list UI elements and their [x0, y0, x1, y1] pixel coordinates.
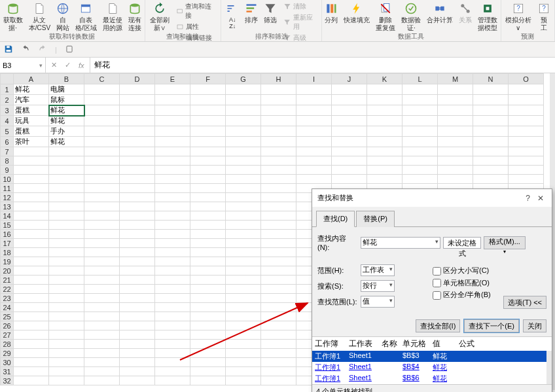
cell-B29[interactable]	[49, 349, 84, 358]
cell-C32[interactable]	[84, 376, 120, 385]
row-header-17[interactable]: 17	[1, 239, 14, 248]
cell-C9[interactable]	[84, 166, 120, 175]
results-col-1[interactable]: 工作表	[346, 337, 379, 351]
cell-A14[interactable]	[14, 211, 49, 221]
cell-J4[interactable]	[332, 116, 367, 126]
cell-N6[interactable]	[473, 137, 509, 147]
cell-A31[interactable]	[14, 367, 49, 376]
col-header-D[interactable]: D	[120, 74, 155, 84]
cell-H2[interactable]	[261, 95, 296, 105]
cell-C18[interactable]	[84, 248, 120, 257]
cell-H12[interactable]	[261, 193, 296, 202]
cell-F17[interactable]	[190, 239, 226, 248]
row-header-13[interactable]: 13	[1, 202, 14, 211]
col-header-J[interactable]: J	[332, 74, 367, 84]
cell-I6[interactable]	[296, 137, 332, 147]
cell-L3[interactable]	[403, 105, 438, 116]
cell-K4[interactable]	[367, 116, 403, 126]
cell-D4[interactable]	[120, 116, 155, 126]
cell-C17[interactable]	[84, 239, 120, 248]
cell-M10[interactable]	[438, 175, 473, 184]
cell-G31[interactable]	[226, 367, 261, 376]
cell-D11[interactable]	[120, 184, 155, 193]
row-header-6[interactable]: 6	[1, 137, 14, 147]
cell-G20[interactable]	[226, 266, 261, 276]
cell-E10[interactable]	[155, 175, 190, 184]
cell-F29[interactable]	[190, 349, 226, 358]
cell-F28[interactable]	[190, 340, 226, 349]
enter-icon[interactable]: ✓	[65, 61, 71, 69]
cell-E20[interactable]	[155, 266, 190, 276]
cell-E28[interactable]	[155, 340, 190, 349]
cell-A2[interactable]: 汽车	[14, 95, 49, 105]
cell-G32[interactable]	[226, 376, 261, 385]
cell-E3[interactable]	[155, 105, 190, 116]
cell-G3[interactable]	[226, 105, 261, 116]
cell-O2[interactable]	[509, 95, 544, 105]
cell-O5[interactable]	[509, 126, 544, 137]
cell-A12[interactable]	[14, 193, 49, 202]
cell-C27[interactable]	[84, 330, 120, 340]
cell-H22[interactable]	[261, 285, 296, 294]
cell-G4[interactable]	[226, 116, 261, 126]
name-box[interactable]: ▾	[0, 58, 46, 73]
cell-G6[interactable]	[226, 137, 261, 147]
cell-D13[interactable]	[120, 202, 155, 211]
cell-G28[interactable]	[226, 340, 261, 349]
ribbon-getdata-1[interactable]: 从文 本/CSV	[27, 1, 52, 32]
cell-K6[interactable]	[367, 137, 403, 147]
cell-H14[interactable]	[261, 211, 296, 221]
cell-H9[interactable]	[261, 166, 296, 175]
cell-E1[interactable]	[155, 84, 190, 95]
cell-F1[interactable]	[190, 84, 226, 95]
cell-A10[interactable]	[14, 175, 49, 184]
cell-E29[interactable]	[155, 349, 190, 358]
filter-item-0[interactable]: 清除	[282, 1, 319, 12]
cell-G25[interactable]	[226, 312, 261, 321]
ribbon-getdata-3[interactable]: 自表 格/区域	[73, 1, 99, 32]
ribbon-datatool-6[interactable]: 管理数 据模型	[476, 1, 499, 32]
find-what-input[interactable]: 鲜花	[361, 237, 440, 249]
cell-D9[interactable]	[120, 166, 155, 175]
col-header-H[interactable]: H	[261, 74, 296, 84]
cell-C21[interactable]	[84, 276, 120, 285]
cell-D26[interactable]	[120, 321, 155, 330]
col-header-F[interactable]: F	[190, 74, 226, 84]
cell-K10[interactable]	[367, 175, 403, 184]
cell-C31[interactable]	[84, 367, 120, 376]
cell-H3[interactable]	[261, 105, 296, 116]
cell-G7[interactable]	[226, 147, 261, 156]
cell-M1[interactable]	[438, 84, 473, 95]
col-header-M[interactable]: M	[438, 74, 473, 84]
row-header-12[interactable]: 12	[1, 193, 14, 202]
cell-C30[interactable]	[84, 358, 120, 367]
cell-G23[interactable]	[226, 294, 261, 303]
result-row-2[interactable]: 工作簿1Sheet1$B$6鲜花	[312, 373, 552, 384]
look-in-select[interactable]: 值	[361, 296, 395, 308]
cell-B20[interactable]	[49, 266, 84, 276]
cell-E5[interactable]	[155, 126, 190, 137]
cell-M7[interactable]	[438, 147, 473, 156]
cell-H31[interactable]	[261, 367, 296, 376]
cell-B7[interactable]	[49, 147, 84, 156]
cell-N4[interactable]	[473, 116, 509, 126]
tab-find[interactable]: 查找(D)	[316, 211, 355, 227]
search-direction-select[interactable]: 按行	[361, 280, 395, 292]
cell-N3[interactable]	[473, 105, 509, 116]
col-header-O[interactable]: O	[509, 74, 544, 84]
cell-J8[interactable]	[332, 156, 367, 166]
cell-C6[interactable]	[84, 137, 120, 147]
cell-E18[interactable]	[155, 248, 190, 257]
cell-F31[interactable]	[190, 367, 226, 376]
cell-E8[interactable]	[155, 156, 190, 166]
cell-E32[interactable]	[155, 376, 190, 385]
cell-F7[interactable]	[190, 147, 226, 156]
cell-L10[interactable]	[403, 175, 438, 184]
cell-F3[interactable]	[190, 105, 226, 116]
cell-B25[interactable]	[49, 312, 84, 321]
row-header-4[interactable]: 4	[1, 116, 14, 126]
col-header-L[interactable]: L	[403, 74, 438, 84]
cell-D19[interactable]	[120, 257, 155, 266]
cell-B4[interactable]: 鲜花	[49, 116, 84, 126]
cell-F16[interactable]	[190, 230, 226, 239]
